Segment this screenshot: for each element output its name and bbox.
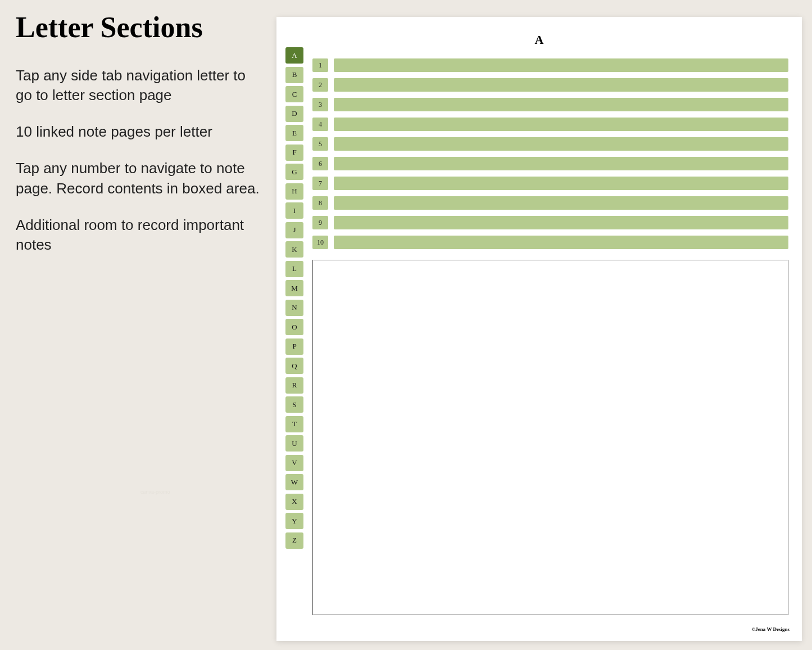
note-row: 4 [312, 118, 788, 131]
side-tab-s[interactable]: S [285, 396, 303, 413]
note-rows: 12345678910 [312, 58, 788, 249]
note-row: 8 [312, 196, 788, 210]
note-row: 6 [312, 157, 788, 170]
side-tab-k[interactable]: K [285, 241, 303, 258]
note-content-bar[interactable] [334, 216, 788, 229]
note-row: 3 [312, 98, 788, 111]
side-tab-u[interactable]: U [285, 435, 303, 452]
side-tab-r[interactable]: R [285, 377, 303, 394]
note-row: 5 [312, 137, 788, 151]
side-tab-p[interactable]: P [285, 338, 303, 355]
note-number-10[interactable]: 10 [312, 236, 328, 249]
note-number-7[interactable]: 7 [312, 177, 328, 190]
note-row: 2 [312, 78, 788, 92]
side-tab-y[interactable]: Y [285, 513, 303, 529]
side-tab-g[interactable]: G [285, 164, 303, 180]
description-3: Tap any number to navigate to note page.… [16, 159, 263, 198]
page-title: Letter Sections [16, 11, 263, 43]
note-number-2[interactable]: 2 [312, 78, 328, 92]
side-tab-o[interactable]: O [285, 319, 303, 335]
note-number-8[interactable]: 8 [312, 196, 328, 210]
note-row: 1 [312, 58, 788, 72]
info-panel: Letter Sections Tap any side tab navigat… [16, 11, 263, 272]
letter-side-tabs: ABCDEFGHIJKLMNOPQRSTUVWXYZ [285, 47, 303, 549]
note-row: 7 [312, 177, 788, 190]
letter-heading: A [276, 33, 802, 47]
side-tab-w[interactable]: W [285, 474, 303, 490]
side-tab-n[interactable]: N [285, 300, 303, 316]
note-number-5[interactable]: 5 [312, 137, 328, 151]
note-content-bar[interactable] [334, 78, 788, 92]
note-number-1[interactable]: 1 [312, 58, 328, 72]
note-content-bar[interactable] [334, 118, 788, 131]
note-content-bar[interactable] [334, 157, 788, 170]
side-tab-b[interactable]: B [285, 67, 303, 83]
description-2: 10 linked note pages per letter [16, 122, 263, 142]
side-tab-a[interactable]: A [285, 47, 303, 64]
planner-page: A ABCDEFGHIJKLMNOPQRSTUVWXYZ 12345678910… [276, 17, 802, 641]
side-tab-j[interactable]: J [285, 222, 303, 238]
watermark: canva-promo [140, 489, 170, 495]
note-content-bar[interactable] [334, 98, 788, 111]
note-content-bar[interactable] [334, 177, 788, 190]
note-number-4[interactable]: 4 [312, 118, 328, 131]
side-tab-d[interactable]: D [285, 106, 303, 122]
side-tab-t[interactable]: T [285, 416, 303, 432]
side-tab-e[interactable]: E [285, 125, 303, 141]
side-tab-i[interactable]: I [285, 202, 303, 219]
side-tab-f[interactable]: F [285, 145, 303, 161]
note-number-6[interactable]: 6 [312, 157, 328, 170]
side-tab-c[interactable]: C [285, 86, 303, 102]
side-tab-q[interactable]: Q [285, 358, 303, 374]
designer-credit: ©Jena W Designs [752, 626, 790, 632]
note-content-bar[interactable] [334, 196, 788, 210]
note-content-bar[interactable] [334, 137, 788, 151]
description-1: Tap any side tab navigation letter to go… [16, 66, 263, 105]
note-number-3[interactable]: 3 [312, 98, 328, 111]
note-number-9[interactable]: 9 [312, 216, 328, 229]
side-tab-x[interactable]: X [285, 494, 303, 510]
side-tab-h[interactable]: H [285, 183, 303, 200]
note-content-bar[interactable] [334, 58, 788, 72]
note-row: 10 [312, 236, 788, 249]
side-tab-l[interactable]: L [285, 261, 303, 277]
side-tab-m[interactable]: M [285, 280, 303, 296]
notes-box[interactable] [312, 260, 788, 615]
note-content-bar[interactable] [334, 236, 788, 249]
side-tab-v[interactable]: V [285, 455, 303, 471]
note-row: 9 [312, 216, 788, 229]
description-4: Additional room to record important note… [16, 215, 263, 255]
side-tab-z[interactable]: Z [285, 532, 303, 549]
